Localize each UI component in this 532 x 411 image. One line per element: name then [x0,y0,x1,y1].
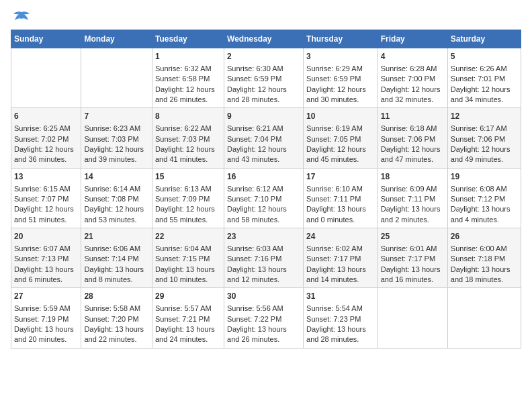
cell-info-line: Sunset: 7:05 PM [306,134,375,144]
calendar-cell [378,288,447,348]
cell-info-line: Sunset: 7:01 PM [451,74,518,84]
cell-info-line: Sunrise: 6:14 AM [84,184,149,194]
header-cell-friday: Friday [378,30,447,48]
cell-info-line: Daylight: 13 hours and 26 minutes. [227,324,300,345]
cell-info-line: Daylight: 12 hours and 36 minutes. [14,144,78,165]
cell-info-line: Daylight: 13 hours and 14 minutes. [306,265,375,285]
cell-info-line: Daylight: 13 hours and 28 minutes. [306,324,375,345]
day-number: 4 [381,51,445,62]
day-number: 27 [14,291,78,302]
calendar-cell: 4Sunrise: 6:28 AMSunset: 7:00 PMDaylight… [378,48,447,108]
cell-info-line: Sunrise: 6:15 AM [14,184,78,194]
cell-info-line: Sunset: 7:21 PM [155,314,221,324]
calendar-cell: 28Sunrise: 5:58 AMSunset: 7:20 PMDayligh… [81,288,152,348]
calendar-cell: 1Sunrise: 6:32 AMSunset: 6:58 PMDaylight… [152,48,224,108]
cell-info-line: Sunrise: 6:32 AM [155,64,221,74]
cell-info-line: Daylight: 13 hours and 20 minutes. [14,324,78,345]
cell-info-line: Sunset: 7:10 PM [227,194,300,204]
cell-info-line: Sunrise: 6:26 AM [451,64,518,74]
cell-info-line: Sunset: 7:06 PM [381,134,445,144]
calendar-week-row: 1Sunrise: 6:32 AMSunset: 6:58 PMDaylight… [11,48,521,108]
day-number: 30 [227,291,300,302]
day-number: 24 [306,231,375,242]
cell-info-line: Daylight: 12 hours and 30 minutes. [306,85,375,105]
cell-info-line: Sunset: 7:12 PM [451,194,518,204]
day-number: 10 [306,111,375,122]
cell-info-line: Sunset: 7:03 PM [84,134,149,144]
calendar-week-row: 6Sunrise: 6:25 AMSunset: 7:02 PMDaylight… [11,108,521,168]
calendar-cell: 11Sunrise: 6:18 AMSunset: 7:06 PMDayligh… [378,108,447,168]
cell-info-line: Sunrise: 6:30 AM [227,64,300,74]
day-number: 2 [227,51,300,62]
cell-info-line: Daylight: 13 hours and 8 minutes. [84,265,149,285]
cell-info-line: Daylight: 13 hours and 24 minutes. [155,324,221,345]
day-number: 21 [84,231,149,242]
cell-info-line: Daylight: 13 hours and 0 minutes. [306,204,375,225]
cell-info-line: Sunset: 7:23 PM [306,314,375,324]
header-cell-monday: Monday [81,30,152,48]
cell-info-line: Daylight: 12 hours and 34 minutes. [451,85,518,105]
header-cell-wednesday: Wednesday [224,30,304,48]
cell-info-line: Sunrise: 6:09 AM [381,184,445,194]
cell-info-line: Sunrise: 6:19 AM [306,124,375,134]
cell-info-line: Sunrise: 5:57 AM [155,304,221,314]
cell-info-line: Sunset: 7:06 PM [451,134,518,144]
calendar-table: SundayMondayTuesdayWednesdayThursdayFrid… [11,30,521,349]
cell-info-line: Sunset: 7:14 PM [84,254,149,264]
cell-info-line: Sunset: 7:09 PM [155,194,221,204]
day-number: 18 [381,171,445,183]
day-number: 3 [306,51,375,62]
day-number: 6 [14,111,78,122]
cell-info-line: Daylight: 12 hours and 51 minutes. [14,204,78,225]
cell-info-line: Sunset: 7:11 PM [306,194,375,204]
header-cell-saturday: Saturday [447,30,521,48]
cell-info-line: Sunset: 7:17 PM [381,254,445,264]
day-number: 17 [306,171,375,183]
calendar-cell: 2Sunrise: 6:30 AMSunset: 6:59 PMDaylight… [224,48,304,108]
cell-info-line: Daylight: 12 hours and 28 minutes. [227,85,300,105]
cell-info-line: Sunrise: 6:01 AM [381,244,445,254]
cell-info-line: Sunrise: 6:08 AM [451,184,518,194]
calendar-cell [11,48,81,108]
cell-info-line: Sunrise: 6:25 AM [14,124,78,134]
day-number: 1 [155,51,221,62]
calendar-cell: 13Sunrise: 6:15 AMSunset: 7:07 PMDayligh… [11,168,81,228]
logo [11,11,31,24]
calendar-week-row: 13Sunrise: 6:15 AMSunset: 7:07 PMDayligh… [11,168,521,228]
calendar-cell: 31Sunrise: 5:54 AMSunset: 7:23 PMDayligh… [304,288,378,348]
cell-info-line: Sunrise: 5:56 AM [227,304,300,314]
day-number: 9 [227,111,300,122]
day-number: 7 [84,111,149,122]
cell-info-line: Sunset: 7:22 PM [227,314,300,324]
cell-info-line: Sunset: 7:03 PM [155,134,221,144]
cell-info-line: Sunset: 7:11 PM [381,194,445,204]
logo-bird-icon [12,11,31,24]
cell-info-line: Daylight: 12 hours and 49 minutes. [451,144,518,165]
calendar-body: 1Sunrise: 6:32 AMSunset: 6:58 PMDaylight… [11,48,521,349]
cell-info-line: Sunset: 7:02 PM [14,134,78,144]
day-number: 8 [155,111,221,122]
cell-info-line: Daylight: 12 hours and 26 minutes. [155,85,221,105]
calendar-cell: 15Sunrise: 6:13 AMSunset: 7:09 PMDayligh… [152,168,224,228]
cell-info-line: Sunrise: 6:28 AM [381,64,445,74]
cell-info-line: Sunrise: 6:21 AM [227,124,300,134]
cell-info-line: Sunrise: 6:22 AM [155,124,221,134]
cell-info-line: Sunrise: 6:07 AM [14,244,78,254]
cell-info-line: Sunrise: 6:23 AM [84,124,149,134]
cell-info-line: Sunset: 7:13 PM [14,254,78,264]
cell-info-line: Sunset: 7:04 PM [227,134,300,144]
calendar-cell: 19Sunrise: 6:08 AMSunset: 7:12 PMDayligh… [447,168,521,228]
calendar-cell [447,288,521,348]
header-cell-thursday: Thursday [304,30,378,48]
calendar-cell: 12Sunrise: 6:17 AMSunset: 7:06 PMDayligh… [447,108,521,168]
calendar-header: SundayMondayTuesdayWednesdayThursdayFrid… [11,30,521,48]
calendar-cell: 18Sunrise: 6:09 AMSunset: 7:11 PMDayligh… [378,168,447,228]
cell-info-line: Sunrise: 6:02 AM [306,244,375,254]
cell-info-line: Sunrise: 6:06 AM [84,244,149,254]
cell-info-line: Sunrise: 6:17 AM [451,124,518,134]
day-number: 13 [14,171,78,183]
day-number: 19 [451,171,518,183]
calendar-cell: 30Sunrise: 5:56 AMSunset: 7:22 PMDayligh… [224,288,304,348]
cell-info-line: Sunrise: 5:58 AM [84,304,149,314]
day-number: 22 [155,231,221,242]
